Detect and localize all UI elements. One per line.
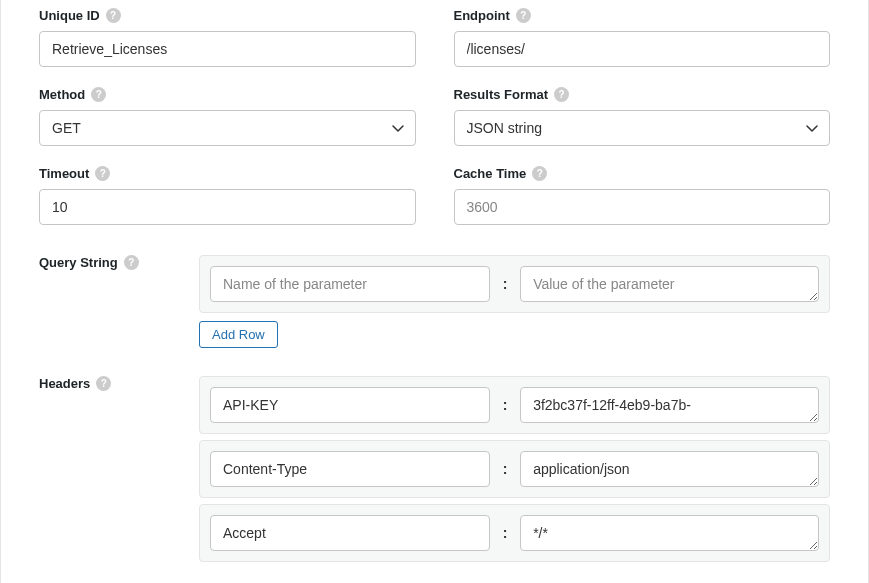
unique-id-label-row: Unique ID ? [39,8,416,23]
headers-rowset-1: : [199,440,830,498]
top-fields-grid: Unique ID ? Endpoint ? Method ? [39,8,830,225]
timeout-label: Timeout [39,166,89,181]
method-select[interactable] [39,110,416,146]
results-format-label-row: Results Format ? [454,87,831,102]
param-value-input[interactable] [520,266,819,302]
help-icon[interactable]: ? [554,87,569,102]
headers-rowset-2: : [199,504,830,562]
help-icon[interactable]: ? [516,8,531,23]
table-row: : [210,451,819,487]
query-string-rowset: : [199,255,830,313]
form-container: Unique ID ? Endpoint ? Method ? [0,0,869,583]
help-icon[interactable]: ? [124,255,139,270]
results-format-select-wrap [454,110,831,146]
headers-body: : : : [199,376,830,568]
separator: : [500,461,510,477]
method-group: Method ? [39,87,416,146]
query-string-body: : Add Row [199,255,830,348]
method-select-wrap [39,110,416,146]
table-row: : [210,266,819,302]
endpoint-group: Endpoint ? [454,8,831,67]
timeout-group: Timeout ? [39,166,416,225]
separator: : [500,525,510,541]
headers-label-col: Headers ? [39,376,199,391]
help-icon[interactable]: ? [106,8,121,23]
cache-time-label: Cache Time [454,166,527,181]
help-icon[interactable]: ? [95,166,110,181]
headers-label: Headers [39,376,90,391]
table-row: : [210,515,819,551]
separator: : [500,397,510,413]
header-name-input[interactable] [210,515,490,551]
header-name-input[interactable] [210,451,490,487]
cache-time-input[interactable] [454,189,831,225]
table-row: : [210,387,819,423]
endpoint-label-row: Endpoint ? [454,8,831,23]
timeout-label-row: Timeout ? [39,166,416,181]
help-icon[interactable]: ? [96,376,111,391]
help-icon[interactable]: ? [532,166,547,181]
unique-id-input[interactable] [39,31,416,67]
add-row-button[interactable]: Add Row [199,321,278,348]
method-label-row: Method ? [39,87,416,102]
help-icon[interactable]: ? [91,87,106,102]
header-value-input[interactable] [520,451,819,487]
unique-id-group: Unique ID ? [39,8,416,67]
endpoint-label: Endpoint [454,8,510,23]
method-label: Method [39,87,85,102]
cache-time-group: Cache Time ? [454,166,831,225]
header-value-input[interactable] [520,515,819,551]
param-name-input[interactable] [210,266,490,302]
results-format-group: Results Format ? [454,87,831,146]
separator: : [500,276,510,292]
query-string-label: Query String [39,255,118,270]
query-string-label-row: Query String ? [39,255,199,270]
timeout-input[interactable] [39,189,416,225]
cache-time-label-row: Cache Time ? [454,166,831,181]
headers-section: Headers ? : : [39,376,830,568]
header-value-input[interactable] [520,387,819,423]
results-format-label: Results Format [454,87,549,102]
query-string-label-col: Query String ? [39,255,199,270]
headers-rowset-0: : [199,376,830,434]
unique-id-label: Unique ID [39,8,100,23]
results-format-select[interactable] [454,110,831,146]
query-string-section: Query String ? : Add Row [39,255,830,348]
header-name-input[interactable] [210,387,490,423]
headers-label-row: Headers ? [39,376,199,391]
endpoint-input[interactable] [454,31,831,67]
